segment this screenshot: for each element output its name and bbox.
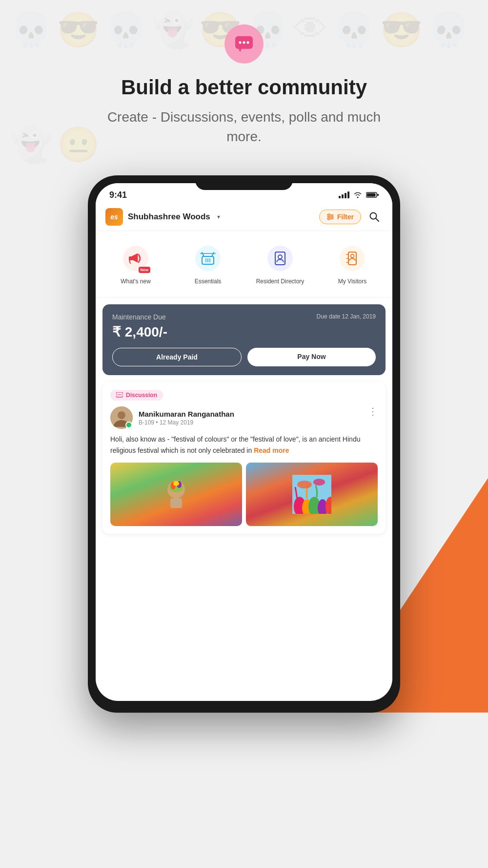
signal-bar-3 — [345, 193, 346, 198]
svg-point-32 — [121, 394, 122, 395]
svg-marker-4 — [239, 49, 242, 52]
signal-bar-2 — [342, 194, 344, 198]
visitors-icon — [340, 246, 365, 271]
chat-bubble-icon — [224, 24, 264, 64]
discussion-image-1 — [110, 463, 242, 526]
phone-wrapper: 9:41 — [0, 175, 488, 713]
user-meta: B-109 • 12 May 2019 — [139, 419, 234, 426]
app-header: es Shubhashree Woods ▾ — [96, 203, 392, 231]
battery-icon — [366, 191, 379, 198]
maintenance-header: Maintenance Due Due date 12 Jan, 2019 — [112, 313, 376, 321]
svg-point-48 — [313, 479, 325, 486]
top-section: Build a better community Create - Discus… — [0, 0, 488, 161]
svg-point-34 — [118, 411, 125, 419]
svg-point-2 — [243, 42, 245, 44]
holi-crowd-image — [292, 475, 331, 514]
maintenance-due-date: Due date 12 Jan, 2019 — [317, 313, 376, 320]
dropdown-arrow-icon[interactable]: ▾ — [217, 213, 220, 220]
signal-bar-4 — [347, 191, 349, 198]
filter-button[interactable]: Filter — [319, 210, 361, 224]
status-time: 9:41 — [109, 190, 127, 200]
my-visitors-icon-wrap — [337, 243, 368, 274]
discussion-card: Discussion — [102, 382, 386, 534]
maintenance-actions: Already Paid Pay Now — [112, 348, 376, 366]
status-icons — [339, 191, 379, 198]
resident-directory-icon — [267, 246, 293, 271]
user-name: Manikumaran Ranganathan — [139, 410, 234, 418]
app-logo[interactable]: es Shubhashree Woods ▾ — [105, 208, 220, 226]
basket-icon — [195, 246, 221, 271]
search-button[interactable] — [366, 209, 383, 225]
svg-point-1 — [239, 42, 242, 44]
maintenance-amount: ₹ 2,400/- — [112, 324, 376, 340]
discussion-image-2 — [246, 463, 378, 526]
phone-frame: 9:41 — [88, 175, 400, 713]
logo-icon: es — [105, 208, 123, 226]
discussion-user: Manikumaran Ranganathan B-109 • 12 May 2… — [110, 406, 234, 429]
quick-actions-bar: New What's new — [96, 231, 392, 298]
signal-icon — [339, 191, 349, 198]
svg-line-15 — [376, 218, 379, 221]
already-paid-button[interactable]: Already Paid — [112, 348, 242, 366]
action-resident-directory[interactable]: Resident Directory — [245, 239, 315, 290]
whats-new-label: What's new — [121, 278, 151, 286]
essentials-label: Essentials — [195, 278, 222, 286]
discussion-tag-wrap: Discussion — [110, 390, 378, 406]
maintenance-card: Maintenance Due Due date 12 Jan, 2019 ₹ … — [102, 304, 386, 375]
read-more-link[interactable]: Read more — [254, 446, 289, 454]
page-subheadline: Create - Discussions, events, polls and … — [98, 107, 390, 146]
whats-new-icon-wrap: New — [120, 243, 151, 274]
resident-directory-icon-wrap — [264, 243, 296, 274]
svg-point-47 — [297, 481, 312, 488]
filter-label: Filter — [337, 213, 354, 221]
wifi-icon — [353, 191, 362, 198]
svg-point-23 — [267, 246, 293, 271]
filter-sliders-icon — [326, 213, 334, 220]
svg-point-13 — [328, 218, 330, 220]
pay-now-button[interactable]: Pay Now — [247, 348, 376, 366]
svg-point-30 — [118, 394, 119, 395]
discussion-tag-icon — [116, 392, 123, 398]
page-headline: Build a better community — [121, 75, 367, 100]
discussion-header: Manikumaran Ranganathan B-109 • 12 May 2… — [110, 406, 378, 429]
svg-rect-40 — [170, 498, 182, 508]
my-visitors-label: My Visitors — [338, 278, 366, 286]
holi-person-image — [157, 475, 196, 514]
action-essentials[interactable]: Essentials — [173, 239, 243, 290]
svg-point-39 — [173, 481, 179, 486]
online-status-dot — [125, 422, 132, 428]
avatar-wrap — [110, 406, 133, 429]
discussion-tag: Discussion — [110, 390, 163, 401]
svg-rect-17 — [129, 256, 133, 260]
phone-notch — [195, 175, 293, 190]
svg-point-11 — [328, 214, 330, 216]
essentials-icon-wrap — [192, 243, 224, 274]
maintenance-title: Maintenance Due — [112, 313, 166, 321]
user-info: Manikumaran Ranganathan B-109 • 12 May 2… — [139, 410, 234, 426]
signal-bar-1 — [339, 196, 341, 198]
phone-screen: 9:41 — [96, 183, 392, 701]
svg-point-12 — [331, 216, 333, 218]
search-icon — [369, 212, 380, 222]
discussion-text: Holi, also know as - "festival of colour… — [110, 434, 378, 456]
svg-point-31 — [119, 394, 120, 395]
svg-rect-6 — [367, 193, 376, 197]
new-badge: New — [139, 267, 150, 273]
action-my-visitors[interactable]: My Visitors — [317, 239, 387, 290]
society-name: Shubhashree Woods — [128, 212, 210, 222]
header-actions: Filter — [319, 209, 383, 225]
svg-point-3 — [247, 42, 249, 44]
discussion-images — [110, 463, 378, 526]
more-options-button[interactable]: ⋮ — [368, 406, 378, 416]
resident-directory-label: Resident Directory — [256, 278, 305, 286]
action-whats-new[interactable]: New What's new — [101, 239, 171, 290]
svg-rect-7 — [377, 194, 379, 196]
